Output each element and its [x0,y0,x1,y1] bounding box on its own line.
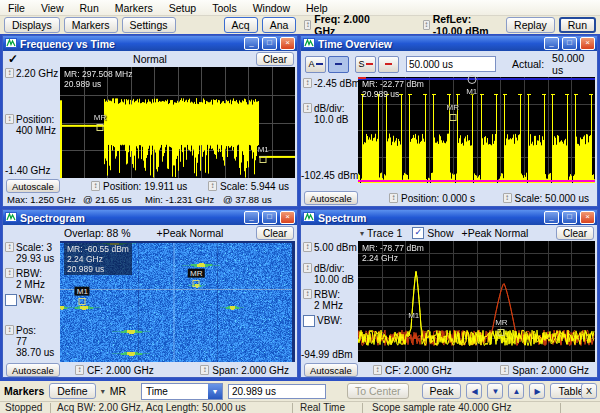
spectrum-time-button[interactable]: S [355,56,376,73]
overlap-field[interactable]: Overlap: 88 % [64,227,131,239]
maximize-button[interactable]: □ [262,37,277,50]
detection-mode-label[interactable]: +Peak Normal [157,227,224,239]
settings-button[interactable]: Settings [122,17,176,33]
run-button[interactable]: Run [559,17,596,33]
marker-position-input[interactable] [228,384,326,399]
clear-button[interactable]: Clear [556,226,594,240]
spinner-icon[interactable]: ↕ [91,181,100,191]
menu-setup[interactable]: Setup [169,2,196,14]
dbdiv-value[interactable]: 10.0 dB [314,114,348,125]
spinner-icon[interactable]: ↕ [303,78,312,88]
menu-run[interactable]: Run [80,2,99,14]
dropdown-arrow-icon[interactable]: ▾ [208,384,222,399]
spinner-icon[interactable]: ↕ [5,242,14,252]
spinner-icon[interactable]: ↕ [5,68,14,78]
trace-mode-label[interactable]: Normal [133,53,167,65]
vbw-checkbox[interactable] [5,294,17,306]
replay-button[interactable]: Replay [506,17,555,33]
to-center-button[interactable]: To Center [347,383,409,399]
ana-button[interactable]: Ana [262,17,297,33]
titlebar-frequency-vs-time[interactable]: Frequency vs Time _ □ × [3,36,297,51]
marker-mr-label[interactable]: MR [94,112,106,121]
scale-label[interactable]: Scale: 3 [16,242,52,253]
vbw-checkbox[interactable] [303,315,315,327]
peak-right-button[interactable]: ▶ [529,383,545,399]
analysis-length-button[interactable] [328,56,349,73]
spinner-icon[interactable]: ↕ [503,193,512,203]
analysis-length-input[interactable] [406,56,496,72]
menu-tools[interactable]: Tools [212,2,237,14]
peak-higher-button[interactable]: ▲ [508,383,524,399]
center-frequency-field[interactable]: CF: 2.000 GHz [87,365,154,376]
peak-left-button[interactable]: ◀ [466,383,482,399]
define-markers-button[interactable]: Define [49,383,95,399]
scale-value[interactable]: 29.93 us [16,253,54,264]
marker-m1-label[interactable]: M1 [258,144,269,153]
menu-markers[interactable]: Markers [115,2,153,14]
plot-position-field[interactable]: Position: 19.911 us [103,181,187,192]
peak-button[interactable]: Peak [422,383,462,399]
spinner-icon[interactable]: ↕ [303,263,312,273]
pos-value[interactable]: 77 [16,336,27,347]
menu-help[interactable]: Help [306,2,328,14]
clear-button[interactable]: Clear [256,52,294,66]
marker-domain-select[interactable]: Time ▾ [141,383,223,400]
autoscale-button[interactable]: Autoscale [304,191,358,205]
plot-scale-field[interactable]: Scale: 50.000 us [515,193,590,204]
marker-mr-label[interactable]: MR [188,268,204,277]
marker-m1-label[interactable]: M1 [75,286,90,295]
marker-m1-label[interactable]: M1 [466,87,477,96]
freq-spinner-icon[interactable]: ↕ [304,20,311,30]
acq-button[interactable]: Acq [224,17,258,33]
minimize-button[interactable]: _ [244,37,259,50]
close-icon[interactable]: × [280,211,295,224]
spinner-icon[interactable]: ↕ [389,193,398,203]
close-icon[interactable]: × [580,211,595,224]
analysis-time-button[interactable]: A [305,56,326,73]
spinner-icon[interactable]: ↕ [5,268,14,278]
minimize-button[interactable]: _ [544,211,559,224]
marker-mr-label[interactable]: MR [447,103,459,112]
close-markers-bar-button[interactable]: X [581,383,597,399]
spinner-icon[interactable]: ↕ [75,365,84,375]
spectrum-length-button[interactable] [378,56,399,73]
plot-position-field[interactable]: Position: 0.000 s [401,193,475,204]
y-axis-top-value[interactable]: 5.00 dBm [314,242,357,253]
rbw-value[interactable]: 2 MHz [314,300,343,311]
rbw-value[interactable]: 2 MHz [16,279,45,290]
center-frequency-field[interactable]: CF: 2.000 GHz [385,365,452,376]
menu-file[interactable]: File [8,2,25,14]
close-icon[interactable]: × [280,37,295,50]
spinner-icon[interactable]: ↕ [373,365,382,375]
autoscale-button[interactable]: Autoscale [6,179,60,193]
y-axis-top-value[interactable]: 2.20 GHz [16,68,58,79]
trace-select[interactable]: Trace 1 [367,227,402,239]
spinner-icon[interactable]: ↕ [303,289,312,299]
maximize-button[interactable]: □ [562,211,577,224]
titlebar-spectrum[interactable]: Spectrum _ □ × [301,210,597,225]
menu-window[interactable]: Window [253,2,290,14]
detection-mode-label[interactable]: +Peak Normal [462,227,529,239]
titlebar-spectrogram[interactable]: Spectrogram _ □ × [3,210,297,225]
minimize-button[interactable]: _ [244,211,259,224]
marker-mr-label[interactable]: MR [495,318,507,327]
peak-lower-button[interactable]: ▼ [487,383,503,399]
selected-marker-label[interactable]: MR [110,385,126,397]
autoscale-button[interactable]: Autoscale [6,363,60,377]
spinner-icon[interactable]: ↕ [208,181,217,191]
close-icon[interactable]: × [580,37,595,50]
spinner-icon[interactable]: ↕ [5,325,14,335]
marker-m1-label[interactable]: M1 [408,311,419,320]
span-field[interactable]: Span: 2.000 GHz [512,365,589,376]
spinner-icon[interactable]: ↕ [5,114,14,124]
position-value[interactable]: 400 MHz [16,125,56,136]
spinner-icon[interactable]: ↕ [303,103,312,113]
spinner-icon[interactable]: ↕ [303,242,312,252]
clear-button[interactable]: Clear [256,226,294,240]
pos-time-value[interactable]: 38.70 us [16,347,54,358]
minimize-button[interactable]: _ [544,37,559,50]
maximize-button[interactable]: □ [262,211,277,224]
show-checkbox[interactable]: ✓ [412,227,424,239]
span-field[interactable]: Span: 2.000 GHz [212,365,289,376]
y-axis-top-value[interactable]: -2.45 dBm [314,78,360,89]
